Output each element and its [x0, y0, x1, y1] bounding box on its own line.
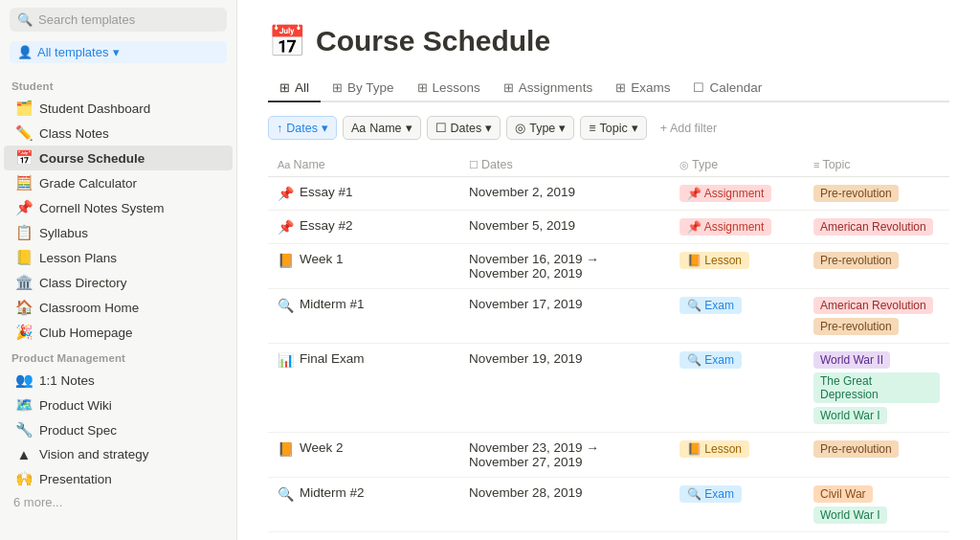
search-bar[interactable]: 🔍 Search templates	[10, 8, 227, 32]
sidebar-item-student-dashboard[interactable]: 🗂️Student Dashboard	[4, 96, 233, 121]
filter-dates-sort[interactable]: ↑ Dates ▾	[268, 116, 337, 140]
page-icon: 📅	[268, 23, 306, 59]
sidebar-item-product-wiki[interactable]: 🗺️Product Wiki	[4, 393, 233, 417]
tab-calendar[interactable]: ☐Calendar	[681, 75, 773, 102]
table-row[interactable]: 🔍Midterm #2November 28, 2019🔍 ExamCivil …	[268, 478, 949, 532]
sidebar-icon-course-schedule: 📅	[15, 149, 33, 167]
search-placeholder: Search templates	[38, 12, 135, 27]
row-icon: 📌	[278, 186, 294, 201]
topic-tag: Pre-revolution	[813, 252, 899, 269]
sidebar-item-lesson-plans[interactable]: 📒Lesson Plans	[4, 245, 233, 270]
sidebar-item-class-directory[interactable]: 🏛️Class Directory	[4, 270, 233, 295]
sidebar-item-classroom-home[interactable]: 🏠Classroom Home	[4, 295, 233, 320]
cell-name-midterm2: 🔍Midterm #2	[268, 478, 459, 532]
cell-topic-essay1: Pre-revolution	[804, 177, 949, 211]
th-icon-type: ◎	[679, 159, 689, 170]
more-templates-link[interactable]: 6 more...	[0, 491, 236, 513]
row-name-label: Midterm #2	[300, 485, 365, 500]
sidebar: 🔍 Search templates 👤 All templates ▾ Stu…	[0, 0, 237, 540]
sidebar-item-1on1-notes[interactable]: 👥1:1 Notes	[4, 368, 233, 393]
tab-assignments[interactable]: ⊞Assignments	[492, 75, 604, 102]
tab-bar: ⊞All⊞By Type⊞Lessons⊞Assignments⊞Exams☐C…	[268, 75, 949, 102]
sidebar-item-label: Grade Calculator	[39, 176, 137, 191]
row-name-label: Essay #2	[300, 218, 353, 233]
sidebar-item-vision-strategy[interactable]: ▲Vision and strategy	[4, 442, 233, 466]
topic-tag: Pre-revolution	[813, 440, 899, 458]
table-row[interactable]: 📊Final ExamNovember 19, 2019🔍 ExamWorld …	[268, 344, 949, 433]
sidebar-item-label: Course Schedule	[39, 151, 145, 166]
cell-dates-essay1: November 2, 2019	[459, 177, 670, 211]
tab-label-assignments: Assignments	[519, 80, 592, 95]
th-icon-name: Aa	[278, 159, 290, 170]
filter-type-filter[interactable]: ◎ Type ▾	[506, 116, 574, 140]
topic-tag: Pre-revolution	[813, 318, 899, 335]
tab-icon-calendar: ☐	[693, 80, 704, 95]
cell-dates-midterm2: November 28, 2019	[459, 478, 670, 532]
type-badge: 📙 Lesson	[679, 440, 749, 458]
tab-all[interactable]: ⊞All	[268, 75, 321, 102]
user-icon: 👤	[17, 45, 33, 59]
sidebar-item-cornell-notes[interactable]: 📌Cornell Notes System	[4, 195, 233, 220]
sidebar-icon-student-dashboard: 🗂️	[15, 100, 33, 117]
tab-lessons[interactable]: ⊞Lessons	[406, 75, 492, 102]
cell-dates-week2: November 23, 2019 → November 27, 2019	[459, 433, 670, 478]
cell-type-final-exam: 🔍 Exam	[670, 344, 804, 433]
sidebar-icon-class-notes: ✏️	[15, 124, 33, 142]
sidebar-icon-syllabus: 📋	[15, 224, 33, 241]
chevron-icon: ▾	[632, 121, 638, 135]
filter-icon-type-filter: ◎	[515, 121, 525, 135]
filter-topic-filter[interactable]: ≡ Topic ▾	[580, 116, 646, 140]
row-name-label: Week 1	[300, 252, 344, 266]
th-icon-dates: ☐	[469, 159, 479, 170]
table-row[interactable]: 📙Week 1November 16, 2019 → November 20, …	[268, 244, 949, 289]
th-type: ◎Type	[670, 153, 804, 177]
tab-exams[interactable]: ⊞Exams	[604, 75, 681, 102]
sidebar-item-label: Presentation	[39, 472, 112, 486]
sidebar-item-club-homepage[interactable]: 🎉Club Homepage	[4, 320, 233, 345]
chevron-down-icon: ▾	[113, 45, 120, 59]
table-row[interactable]: 📌Essay #1November 2, 2019📌 AssignmentPre…	[268, 177, 949, 211]
sidebar-item-class-notes[interactable]: ✏️Class Notes	[4, 121, 233, 146]
row-name-label: Week 2	[300, 440, 344, 455]
sidebar-item-product-spec[interactable]: 🔧Product Spec	[4, 417, 233, 442]
filter-label-dates-sort: Dates	[286, 122, 318, 135]
search-icon: 🔍	[17, 12, 33, 27]
cell-topic-week2: Pre-revolution	[804, 433, 949, 478]
sidebar-item-grade-calculator[interactable]: 🧮Grade Calculator	[4, 170, 233, 195]
tab-icon-all: ⊞	[279, 80, 290, 95]
sidebar-item-course-schedule[interactable]: 📅Course Schedule	[4, 146, 233, 170]
sidebar-icon-classroom-home: 🏠	[15, 299, 33, 316]
tab-by-type[interactable]: ⊞By Type	[321, 75, 406, 102]
table-row[interactable]: 📙Week 2November 23, 2019 → November 27, …	[268, 433, 949, 478]
topic-tag: American Revolution	[813, 218, 933, 236]
table-row[interactable]: 📌Essay #2November 5, 2019📌 AssignmentAme…	[268, 211, 949, 244]
tab-icon-exams: ⊞	[615, 80, 626, 95]
cell-name-essay2: 📌Essay #2	[268, 211, 459, 244]
filter-label-dates-filter: Dates	[451, 122, 482, 135]
tab-icon-assignments: ⊞	[503, 80, 514, 95]
sidebar-icon-vision-strategy: ▲	[15, 446, 33, 462]
cell-type-week1: 📙 Lesson	[670, 244, 804, 289]
topic-tag: Pre-revolution	[813, 185, 899, 202]
sidebar-item-label: Club Homepage	[39, 326, 133, 340]
topic-tag: The Great Depression	[813, 372, 940, 403]
sidebar-icon-cornell-notes: 📌	[15, 199, 33, 216]
filter-name-filter[interactable]: Aa Name ▾	[343, 116, 421, 140]
sidebar-item-presentation[interactable]: 🙌Presentation	[4, 466, 233, 491]
all-templates-button[interactable]: 👤 All templates ▾	[10, 41, 227, 63]
sidebar-icon-grade-calculator: 🧮	[15, 174, 33, 191]
add-filter-button[interactable]: + Add filter	[653, 118, 724, 139]
cell-name-week2: 📙Week 2	[268, 433, 459, 478]
row-name-label: Midterm #1	[300, 297, 365, 311]
sidebar-icon-class-directory: 🏛️	[15, 274, 33, 291]
sidebar-icon-presentation: 🙌	[15, 470, 33, 487]
topic-tag: Civil War	[813, 485, 873, 503]
row-icon: 📙	[278, 253, 294, 268]
cell-topic-week1: Pre-revolution	[804, 244, 949, 289]
filter-dates-filter[interactable]: ☐ Dates ▾	[427, 116, 501, 140]
sidebar-item-label: Syllabus	[39, 226, 88, 240]
table-row[interactable]: 🔍Midterm #1November 17, 2019🔍 ExamAmeric…	[268, 289, 949, 344]
row-icon: 🔍	[278, 298, 294, 313]
type-badge: 🔍 Exam	[679, 351, 742, 369]
sidebar-item-syllabus[interactable]: 📋Syllabus	[4, 220, 233, 245]
